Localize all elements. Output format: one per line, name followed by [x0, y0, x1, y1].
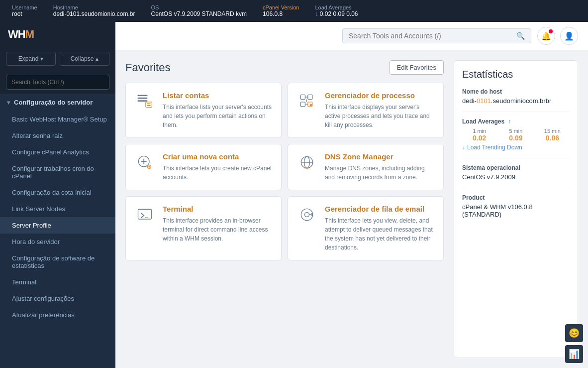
user-icon: 👤 — [564, 31, 574, 41]
card-desc-listar-contas: This interface lists your server's accou… — [163, 103, 273, 129]
os-label: OS — [151, 4, 247, 10]
svg-point-27 — [305, 213, 309, 217]
search-bar: 🔍 — [342, 28, 531, 43]
sidebar-item-link-server-nodes[interactable]: Link Server Nodes — [0, 201, 115, 217]
sidebar-item-terminal[interactable]: Terminal — [0, 274, 115, 290]
corner-icons: 😊 📊 — [565, 324, 583, 363]
whm-logo: WHM — [8, 28, 34, 41]
load-averages-grid: 1 min 0.02 5 min 0.09 15 min 0.06 — [462, 128, 570, 142]
card-body-listar-contas: Listar contas This interface lists your … — [163, 91, 273, 129]
sidebar-item-configurar-cron[interactable]: Configurar trabalhos cron do cPanel — [0, 160, 115, 184]
search-input[interactable] — [349, 32, 512, 40]
sidebar-item-configuracao-cota[interactable]: Configuração da cota inicial — [0, 184, 115, 201]
collapse-button[interactable]: Collapse ▴ — [60, 52, 109, 66]
card-gerenciador-processo[interactable]: Gerenciador de processo This interface d… — [288, 83, 444, 138]
card-desc-terminal: This interface provides an in-browser te… — [163, 216, 273, 243]
content-area: 🔍 🔔 👤 Favorites Edit Favorites — [115, 22, 588, 368]
cpanel-value: 106.0.8 — [263, 10, 299, 17]
top-bar: Username root Hostname dedi-0101.seudomi… — [0, 0, 588, 22]
sidebar-section-config: ▾ Configuração do servidor Basic WebHost… — [0, 94, 115, 323]
load-1-label: 1 min — [462, 128, 496, 134]
expand-button[interactable]: Expand ▾ — [6, 52, 56, 66]
notification-button[interactable]: 🔔 — [537, 27, 555, 45]
section-label: Configuração do servidor — [14, 99, 93, 106]
load-trend-arrow: ↓ — [462, 144, 465, 151]
content-header: 🔍 🔔 👤 — [115, 22, 588, 50]
user-menu-button[interactable]: 👤 — [560, 27, 578, 45]
stat-hostname: Nome do host dedi-0101.seudominiocom.brb… — [462, 88, 570, 105]
load-1-col: 1 min 0.02 — [462, 128, 496, 142]
card-title-terminal: Terminal — [163, 205, 273, 213]
card-body-criar-conta: Criar uma nova conta This interface lets… — [163, 152, 273, 182]
trending-icon: ↑ — [508, 118, 511, 125]
favorites-panel: Favorites Edit Favorites — [125, 60, 444, 358]
sidebar-item-configure-cpanel[interactable]: Configure cPanel Analytics — [0, 144, 115, 160]
sidebar: WHM Expand ▾ Collapse ▴ ▾ Configuração d… — [0, 22, 115, 368]
svg-rect-5 — [147, 105, 151, 106]
stat-hostname-label: Nome do host — [462, 88, 570, 95]
card-title-listar-contas: Listar contas — [163, 91, 273, 100]
card-icon-terminal — [134, 205, 156, 227]
stats-title: Estatísticas — [462, 69, 570, 80]
stat-hostname-value: dedi-0101.seudominiocom.brbr — [462, 97, 570, 105]
card-dns-zone[interactable]: DNS DNS Zone Manager Manage DNS zones, i… — [288, 144, 444, 190]
hostname-value: dedi-0101.seudomionio.com.br — [53, 10, 135, 17]
card-fila-email[interactable]: Gerenciador de fila de email This interf… — [288, 196, 444, 260]
divider-3 — [462, 188, 570, 188]
os-info: OS CentOS v7.9.2009 STANDARD kvm — [151, 4, 247, 17]
svg-rect-3 — [146, 102, 152, 108]
card-criar-conta[interactable]: Criar uma nova conta This interface lets… — [125, 144, 282, 190]
sidebar-item-ajustar-configuracoes[interactable]: Ajustar configurações — [0, 290, 115, 307]
sidebar-item-server-profile[interactable]: Server Profile — [0, 217, 115, 234]
main-content: Favorites Edit Favorites — [115, 50, 588, 368]
svg-rect-1 — [138, 98, 148, 99]
stats-panel: Estatísticas Nome do host dedi-0101.seud… — [454, 60, 578, 358]
svg-rect-4 — [147, 104, 151, 105]
load-values: ↓ 0.02 0.09 0.06 — [315, 10, 358, 17]
load-trend: ↓ Load Trending Down — [462, 144, 570, 151]
sidebar-section-header[interactable]: ▾ Configuração do servidor — [0, 94, 115, 111]
card-desc-criar-conta: This interface lets you create new cPane… — [163, 164, 273, 182]
collapse-icon: ▴ — [96, 55, 98, 62]
smiley-icon: 😊 — [569, 328, 580, 339]
favorites-title: Favorites — [125, 61, 170, 74]
edit-favorites-button[interactable]: Edit Favorites — [390, 60, 444, 75]
svg-rect-7 — [308, 95, 312, 99]
hostname-label: Hostname — [53, 4, 135, 10]
sidebar-search — [0, 71, 115, 94]
corner-chart-button[interactable]: 📊 — [565, 345, 583, 363]
collapse-label: Collapse — [71, 55, 94, 62]
card-listar-contas[interactable]: Listar contas This interface lists your … — [125, 83, 282, 138]
sidebar-item-configuracao-software[interactable]: Configuração de software de estatísticas — [0, 250, 115, 274]
load-5-label: 5 min — [498, 128, 533, 134]
hostname-info: Hostname dedi-0101.seudomionio.com.br — [53, 4, 135, 17]
stat-os-value: CentOS v7.9.2009 — [462, 173, 570, 181]
svg-rect-2 — [138, 100, 148, 102]
sidebar-search-input[interactable] — [6, 75, 109, 90]
card-terminal[interactable]: Terminal This interface provides an in-b… — [125, 196, 282, 260]
load-trend-text: Load Trending Down — [467, 144, 522, 151]
sidebar-item-atualizar-preferencias[interactable]: Atualizar preferências — [0, 307, 115, 323]
svg-rect-6 — [300, 95, 305, 99]
favorites-header: Favorites Edit Favorites — [125, 60, 444, 75]
cpanel-label: cPanel Version — [263, 4, 299, 10]
notification-dot — [549, 29, 553, 33]
card-body-fila-email: Gerenciador de fila de email This interf… — [325, 205, 435, 252]
load-15-label: 15 min — [535, 128, 570, 134]
expand-icon: ▾ — [40, 55, 43, 62]
os-value: CentOS v7.9.2009 STANDARD kvm — [151, 10, 247, 17]
sidebar-item-hora-servidor[interactable]: Hora do servidor — [0, 234, 115, 250]
card-title-criar-conta: Criar uma nova conta — [163, 152, 273, 161]
sidebar-item-alterar-senha[interactable]: Alterar senha raiz — [0, 127, 115, 144]
corner-smiley-button[interactable]: 😊 — [565, 324, 583, 342]
card-icon-add-account — [134, 152, 156, 174]
sidebar-item-basic-webhost[interactable]: Basic WebHost Manager® Setup — [0, 111, 115, 127]
stat-product-label: Product — [462, 194, 570, 201]
chart-icon: 📊 — [569, 349, 580, 360]
card-body-dns-zone: DNS Zone Manager Manage DNS zones, inclu… — [325, 152, 435, 182]
load-15-value: 0.06 — [535, 134, 570, 142]
card-title-fila-email: Gerenciador de fila de email — [325, 205, 435, 213]
chevron-down-icon: ▾ — [7, 99, 10, 106]
svg-point-13 — [309, 104, 312, 106]
username-label: Username — [12, 4, 37, 10]
